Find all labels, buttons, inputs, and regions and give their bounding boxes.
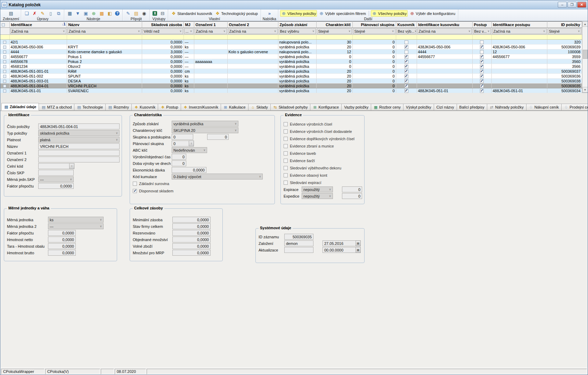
disponovat-skladem-checkbox[interactable] bbox=[133, 189, 137, 193]
oznaceni-1-field[interactable] bbox=[38, 150, 120, 156]
expedice-count-field[interactable]: 0 bbox=[342, 193, 362, 199]
cell-identifikace[interactable]: 488JK045-051-001-01 bbox=[9, 69, 67, 74]
planovaci-skupina-field[interactable]: 0 bbox=[172, 141, 189, 146]
evidence-vyrobnich-cisel-dodavatele-checkbox[interactable] bbox=[284, 129, 288, 134]
cell-nazev[interactable]: Pokus 1 bbox=[67, 54, 142, 59]
cislo-skp-field[interactable] bbox=[38, 170, 74, 176]
cell-charakter-klic[interactable]: 20 bbox=[316, 88, 352, 93]
filter-dropdown-planovaci-skupina[interactable]: Stejné∨ bbox=[353, 28, 395, 34]
cell-postup[interactable] bbox=[472, 83, 491, 88]
tab-vazby-polozky[interactable]: Vazby položky bbox=[342, 104, 371, 111]
cell-charakter-klic[interactable]: 20 bbox=[316, 83, 352, 88]
cell-oznaceni-2[interactable] bbox=[227, 83, 278, 88]
cell-oznaceni-1[interactable] bbox=[194, 79, 227, 83]
cell-skladova-zasoba[interactable]: 0,0000 bbox=[142, 74, 183, 79]
cell-identifikace[interactable]: 438JK045-050-006 bbox=[9, 45, 67, 49]
column-header-postup[interactable]: Postup bbox=[472, 22, 491, 28]
row-selector-cell[interactable] bbox=[0, 88, 9, 93]
filter-dropdown-identifikace-kusovniku[interactable]: Začíná na∨ bbox=[417, 28, 472, 34]
cell-planovaci-skupina[interactable]: 0 bbox=[352, 40, 396, 45]
cell-id-polozky[interactable]: 3559 bbox=[547, 54, 582, 59]
cell-postup[interactable] bbox=[472, 74, 491, 79]
toolbar-button-printer-icon[interactable]: ⊟ bbox=[159, 10, 166, 17]
cell-charakter-klic[interactable]: 20 bbox=[316, 74, 352, 79]
cell-nazev[interactable]: RÁM bbox=[67, 69, 142, 74]
merna-jednotka-field[interactable]: ks∨ bbox=[48, 217, 104, 223]
filter-dropdown-nazev[interactable]: Začíná na∨ bbox=[67, 28, 141, 34]
toolbar-button-print-preview-icon[interactable]: ▣ bbox=[82, 10, 89, 17]
cell-oznaceni-1[interactable] bbox=[194, 40, 227, 45]
filter-input-cell[interactable] bbox=[227, 35, 278, 40]
cell-nazev[interactable]: SVARENEC bbox=[67, 88, 142, 93]
toolbar-button-vyber-specialnim-filtrem[interactable]: ⊕Výběr speciálním filtrem bbox=[318, 10, 367, 17]
cell-zpusob-ziskani[interactable]: vyráběná položka bbox=[278, 74, 316, 79]
column-header-planovaci-skupina[interactable]: Plánovací skupina bbox=[352, 22, 396, 28]
cell-nazev[interactable]: Pokus 2 bbox=[67, 59, 142, 64]
toolbar-button-list-icon[interactable]: ▤ bbox=[132, 10, 140, 17]
cell-id-polozky[interactable]: 100008 bbox=[547, 49, 582, 54]
toolbar-button-table-settings-icon[interactable]: ▦ bbox=[66, 10, 73, 17]
table-row[interactable]: 438JK045-050-006KRYT0,0000ksvyráběná pol… bbox=[0, 45, 582, 49]
toolbar-button-technologicky-postup[interactable]: ❖Technologický postup bbox=[214, 10, 259, 17]
rezervovano-field[interactable]: 0,0000 bbox=[172, 230, 211, 236]
column-header-nazev[interactable]: Název bbox=[67, 22, 142, 28]
row-selector-checkbox[interactable] bbox=[3, 80, 6, 83]
cell-identifikace-kusovniku[interactable]: 438JK045-050-006 bbox=[417, 45, 472, 49]
cell-charakter-klic[interactable]: 20 bbox=[316, 79, 352, 83]
cell-oznaceni-1[interactable] bbox=[194, 45, 227, 49]
cell-identifikace[interactable]: 488JK045-051-004-01 bbox=[9, 83, 67, 88]
filter-dropdown-skladova-zasoba[interactable]: Větší než∨ bbox=[142, 28, 183, 34]
filter-dropdown-zpusob-ziskani[interactable]: Bez výběru∨ bbox=[279, 28, 316, 34]
row-selector-cell[interactable] bbox=[0, 64, 9, 69]
cell-identifikace-postupu[interactable] bbox=[491, 69, 547, 74]
evidence-doplnkovych-vyrobnich-cisel-checkbox[interactable] bbox=[284, 137, 288, 141]
column-header-zpusob-ziskani[interactable]: Způsob získání bbox=[278, 22, 316, 28]
cell-identifikace[interactable]: 4444 bbox=[9, 49, 67, 54]
cell-oznaceni-1[interactable] bbox=[194, 49, 227, 54]
cell-mj[interactable]: ks bbox=[183, 79, 194, 83]
cell-oznaceni-1[interactable] bbox=[194, 88, 227, 93]
cell-kusovnik[interactable] bbox=[396, 40, 417, 45]
row-selector-checkbox[interactable] bbox=[3, 75, 6, 78]
toolbar-button-camera-icon[interactable]: ◉ bbox=[140, 10, 148, 17]
table-row[interactable]: 44556677Pokus 10,0000---vyráběná položka… bbox=[0, 54, 582, 59]
merna-jedn-skp-field[interactable]: ---∨ bbox=[38, 176, 74, 182]
cell-skladova-zasoba[interactable]: 0,0000 bbox=[142, 69, 183, 74]
filter-input-cell[interactable] bbox=[194, 35, 227, 40]
filter-input-cell[interactable] bbox=[491, 35, 547, 40]
cell-id-polozky[interactable]: 500369036 bbox=[547, 74, 582, 79]
cell-mj[interactable]: --- bbox=[183, 40, 194, 45]
toolbar-button-vyber-dle-konfiguratoru[interactable]: ⊕Výběr dle konfigurátoru bbox=[408, 10, 456, 17]
toolbar-button-menu-chevrons-icon[interactable]: » bbox=[266, 10, 273, 17]
cell-zpusob-ziskani[interactable]: vyráběná položka bbox=[278, 88, 316, 93]
filter-dropdown-identifikace[interactable]: Začíná na∨ bbox=[10, 28, 66, 34]
cell-nazev[interactable]: Kolo cervene damske s galuskó bbox=[67, 49, 142, 54]
cell-oznaceni-1[interactable]: aaaaaaaa bbox=[194, 59, 227, 64]
column-header-identifikace-kusovniku[interactable]: Identifikace kusovníku bbox=[417, 22, 472, 28]
cell-oznaceni-1[interactable] bbox=[194, 64, 227, 69]
scroll-track[interactable] bbox=[582, 27, 588, 87]
cell-mj[interactable]: ks bbox=[183, 88, 194, 93]
vyrobni-objednaci-cas-field[interactable]: 0 bbox=[172, 154, 186, 160]
select-all-checkbox[interactable] bbox=[2, 23, 5, 26]
cell-kusovnik[interactable] bbox=[396, 45, 417, 49]
filter-dropdown-oznaceni-2[interactable]: Začíná na∨ bbox=[228, 28, 278, 34]
toolbar-button-package-clock-icon[interactable]: ▩ bbox=[98, 10, 105, 17]
cell-nazev[interactable]: Obzor2 bbox=[67, 64, 142, 69]
cell-identifikace[interactable]: 488JK045-051-003-01 bbox=[9, 79, 67, 83]
aktualizace-field[interactable] bbox=[284, 247, 313, 253]
cell-charakter-klic[interactable]: 20 bbox=[316, 45, 352, 49]
evidence-obaovy-kont-checkbox[interactable] bbox=[284, 173, 288, 177]
cell-identifikace-postupu[interactable] bbox=[491, 79, 547, 83]
table-row[interactable]: 45681234Obzor20,0000---vyráběná položka0… bbox=[0, 64, 582, 69]
table-row[interactable]: 44556678Pokus 20,0000---aaaaaaaavyráběná… bbox=[0, 59, 582, 64]
hmotnost-netto-field[interactable]: 0,0000 bbox=[48, 237, 76, 242]
filter-input-cell[interactable] bbox=[316, 35, 352, 40]
cell-oznaceni-2[interactable] bbox=[227, 40, 278, 45]
row-selector-cell[interactable] bbox=[0, 49, 9, 54]
cell-oznaceni-2[interactable] bbox=[227, 69, 278, 74]
filter-input-cell[interactable] bbox=[547, 35, 582, 40]
cell-kusovnik[interactable] bbox=[396, 54, 417, 59]
cell-postup[interactable] bbox=[472, 40, 491, 45]
cell-charakter-klic[interactable]: 0 bbox=[316, 64, 352, 69]
